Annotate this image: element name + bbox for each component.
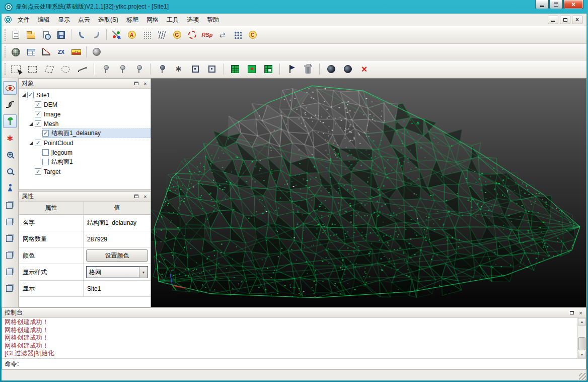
- pin-3-button[interactable]: [132, 62, 145, 76]
- tree-item-结构面1_delaunay[interactable]: ✓结构面1_delaunay: [19, 129, 151, 138]
- menu-item-9[interactable]: 选项: [183, 14, 203, 26]
- sphere-dark-1-button[interactable]: [324, 62, 338, 76]
- level-ruler-button[interactable]: [69, 45, 83, 59]
- tree-item-Site1[interactable]: ✓Site1: [19, 90, 151, 100]
- ellipse-select-button[interactable]: [59, 62, 72, 76]
- scroll-down-button[interactable]: ▼: [578, 351, 586, 358]
- checkbox-PointCloud[interactable]: ✓: [35, 140, 41, 146]
- branch-expand-icon[interactable]: [20, 93, 27, 97]
- menu-item-4[interactable]: 点云: [74, 14, 94, 26]
- command-input[interactable]: 命令:: [2, 359, 586, 369]
- menu-item-8[interactable]: 工具: [163, 14, 183, 26]
- clip-box-1-button[interactable]: [3, 198, 17, 211]
- console-close-button[interactable]: ×: [577, 309, 584, 316]
- checkbox-Image[interactable]: ✓: [35, 111, 41, 117]
- preview-button[interactable]: [39, 28, 53, 42]
- save-button[interactable]: [54, 28, 68, 42]
- display-style-combobox[interactable]: 格网▼: [86, 266, 148, 278]
- console-scrollbar[interactable]: ▲ ▼: [577, 318, 586, 358]
- point-grid-button[interactable]: [140, 28, 154, 42]
- mdi-minimize-button[interactable]: [548, 16, 558, 24]
- maximize-button[interactable]: [549, 0, 563, 9]
- branch-expand-icon[interactable]: [28, 122, 34, 126]
- object-panel-close-button[interactable]: ×: [141, 80, 149, 87]
- tree-item-Mesh[interactable]: ✓Mesh: [19, 119, 151, 129]
- object-panel-float-button[interactable]: [132, 80, 140, 87]
- zoom-in-button[interactable]: [3, 148, 17, 161]
- eye-view-button[interactable]: [3, 81, 17, 95]
- menu-item-5[interactable]: 选取(S): [94, 14, 122, 26]
- select-cursor-button[interactable]: [9, 62, 23, 76]
- menu-item-10[interactable]: 帮助: [203, 14, 223, 26]
- checkbox-结构面1_delaunay[interactable]: ✓: [42, 130, 49, 137]
- console-float-button[interactable]: [568, 309, 575, 316]
- clip-box-2-button[interactable]: [3, 214, 17, 228]
- circle-fit-button[interactable]: [185, 28, 199, 42]
- annotation-a-button[interactable]: A: [125, 28, 138, 42]
- tree-item-Target[interactable]: ✓Target: [19, 167, 151, 176]
- pick-tool-2-button[interactable]: [90, 28, 103, 42]
- burst-mark-button[interactable]: ∗: [172, 62, 185, 76]
- sphere-dark-2-button[interactable]: [341, 62, 354, 76]
- tree-item-PointCloud[interactable]: ✓PointCloud: [19, 138, 151, 148]
- pick-sprout-button[interactable]: [3, 114, 17, 128]
- matrix-points-button[interactable]: [231, 28, 244, 42]
- checkbox-Target[interactable]: ✓: [35, 168, 41, 175]
- checkbox-结构面1[interactable]: [42, 159, 49, 165]
- tree-item-结构面1[interactable]: 结构面1: [19, 157, 151, 167]
- profile-curve-button[interactable]: [3, 98, 17, 111]
- registration-button[interactable]: ⇄: [215, 28, 229, 42]
- resize-grip[interactable]: [579, 373, 586, 380]
- frame-2-button[interactable]: [205, 62, 218, 76]
- clip-box-6-button[interactable]: [3, 281, 17, 294]
- cancel-red-button[interactable]: ×: [357, 62, 371, 76]
- branch-expand-icon[interactable]: [28, 141, 34, 145]
- set-color-button[interactable]: 设置颜色: [86, 249, 148, 262]
- line-select-button[interactable]: [76, 62, 89, 76]
- delete-item-button[interactable]: [301, 62, 315, 76]
- colorize-points-button[interactable]: [110, 28, 123, 42]
- properties-panel-float-button[interactable]: [132, 193, 140, 200]
- new-file-button[interactable]: [9, 28, 23, 42]
- mesh-create-button[interactable]: [228, 62, 242, 76]
- checkbox-DEM[interactable]: ✓: [35, 101, 41, 108]
- pin-4-button[interactable]: [155, 62, 169, 76]
- checkbox-Site1[interactable]: ✓: [27, 92, 34, 98]
- scroll-up-button[interactable]: ▲: [578, 318, 586, 326]
- frame-1-button[interactable]: [188, 62, 202, 76]
- tree-item-DEM[interactable]: ✓DEM: [19, 100, 151, 109]
- mesh-edit-button[interactable]: [261, 62, 275, 76]
- rsp-tool-button[interactable]: RSp: [200, 28, 214, 42]
- toolbar-grip[interactable]: [5, 63, 7, 75]
- annotation-c-button[interactable]: C: [246, 28, 259, 42]
- toolbar-grip[interactable]: [5, 46, 7, 57]
- mesh-pin-button[interactable]: [245, 62, 258, 76]
- toolbar-grip[interactable]: [5, 29, 7, 41]
- profile-chart-button[interactable]: [39, 45, 53, 59]
- clip-box-3-button[interactable]: [3, 231, 17, 244]
- minimize-button[interactable]: [535, 0, 549, 9]
- menu-item-3[interactable]: 显示: [54, 14, 74, 26]
- menu-item-7[interactable]: 网格: [142, 14, 163, 26]
- section-lines-button[interactable]: [155, 28, 169, 42]
- polygon-select-button[interactable]: [42, 62, 56, 76]
- clip-box-5-button[interactable]: [3, 264, 17, 278]
- flag-mark-button[interactable]: [284, 62, 298, 76]
- pick-tool-button[interactable]: [75, 28, 88, 42]
- mdi-restore-button[interactable]: [560, 16, 570, 24]
- open-file-button[interactable]: [24, 28, 38, 42]
- walk-mode-button[interactable]: [3, 181, 17, 195]
- properties-panel-close-button[interactable]: ×: [141, 193, 149, 200]
- star-mark-button[interactable]: ∗: [3, 131, 17, 145]
- pin-2-button[interactable]: [115, 62, 129, 76]
- rect-select-button[interactable]: [26, 62, 39, 76]
- mdi-close-button[interactable]: ×: [572, 16, 582, 24]
- viewport-3d[interactable]: [151, 78, 586, 307]
- grid-table-button[interactable]: [24, 45, 38, 59]
- clip-box-4-button[interactable]: [3, 247, 17, 261]
- menu-item-6[interactable]: 标靶: [122, 14, 142, 26]
- viewport-canvas[interactable]: [151, 79, 586, 307]
- annotation-g-button[interactable]: G: [170, 28, 184, 42]
- tree-item-Image[interactable]: ✓Image: [19, 109, 151, 119]
- pin-1-button[interactable]: [99, 62, 112, 76]
